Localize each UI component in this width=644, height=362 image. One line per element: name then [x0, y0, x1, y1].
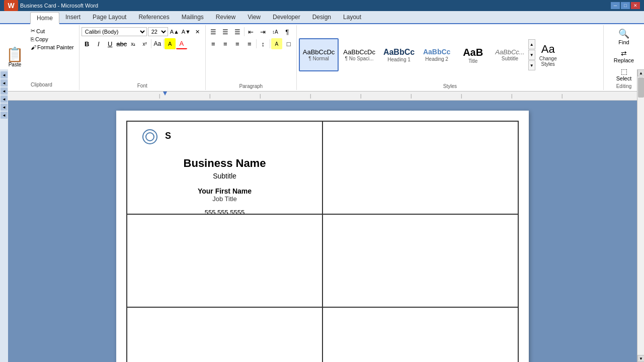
tab-review[interactable]: Review — [210, 11, 242, 23]
style-normal[interactable]: AaBbCcDc ¶ Normal — [299, 38, 339, 71]
maximize-btn[interactable]: □ — [621, 2, 630, 9]
sidebar-btn-3[interactable]: ◄ — [1, 87, 8, 95]
style-title[interactable]: AaB Title — [455, 38, 491, 71]
cut-button[interactable]: ✂ Cut — [29, 27, 76, 35]
document-area[interactable]: S Business Name Subtitle Your First Name… — [8, 101, 637, 362]
style-subtitle[interactable]: AaBbCc... Subtitle — [492, 38, 528, 71]
tab-layout[interactable]: Layout — [337, 11, 367, 23]
decrease-font-size-button[interactable]: A▼ — [181, 26, 192, 37]
superscript-button[interactable]: x² — [139, 38, 150, 49]
strikethrough-button[interactable]: abc — [116, 38, 127, 49]
numbering-button[interactable]: ☰ — [220, 26, 231, 37]
change-case-button[interactable]: Aa — [152, 38, 163, 49]
increase-indent-button[interactable]: ⇥ — [258, 26, 269, 37]
card-top-left[interactable]: S Business Name Subtitle Your First Name… — [127, 121, 323, 214]
card-person-name: Your First Name — [198, 187, 252, 195]
decrease-indent-button[interactable]: ⇤ — [246, 26, 257, 37]
align-center-button[interactable]: ≡ — [220, 38, 231, 49]
borders-button[interactable]: □ — [283, 38, 294, 49]
scroll-down-arrow[interactable]: ▼ — [637, 355, 644, 362]
para-top-row: ☰ ☰ ☰ ⇤ ⇥ ↕A ¶ — [208, 26, 294, 37]
bold-button[interactable]: B — [82, 38, 93, 49]
tab-insert[interactable]: Insert — [59, 11, 87, 23]
copy-button[interactable]: ⎘ Copy — [29, 36, 76, 43]
sidebar-btn-4[interactable]: ◄ — [1, 96, 8, 103]
close-btn[interactable]: ✕ — [631, 2, 640, 9]
styles-row: AaBbCcDc ¶ Normal AaBbCcDc ¶ No Spaci...… — [299, 38, 528, 71]
font-family-select[interactable]: Calibri (Body) — [82, 27, 147, 36]
style-no-spacing-label: ¶ No Spaci... — [345, 56, 374, 61]
copy-icon: ⎘ — [31, 36, 34, 42]
style-no-spacing-preview: AaBbCcDc — [343, 48, 375, 56]
paste-icon: 📋 — [6, 48, 24, 62]
scroll-thumb[interactable] — [638, 77, 644, 98]
card-middle-left[interactable] — [127, 214, 323, 307]
style-heading2[interactable]: AaBbCc Heading 2 — [419, 38, 454, 71]
tab-references[interactable]: References — [132, 11, 175, 23]
styles-expand[interactable]: ▼ — [528, 60, 535, 70]
find-label: Find — [618, 39, 629, 45]
paragraph-group: ☰ ☰ ☰ ⇤ ⇥ ↕A ¶ ≡ ≡ ≡ ≡ ↕ A □ Paragraph — [206, 25, 297, 90]
multilevel-list-button[interactable]: ☰ — [232, 26, 243, 37]
font-color-button[interactable]: A — [176, 38, 187, 49]
select-label: Select — [616, 75, 632, 81]
bullets-button[interactable]: ☰ — [208, 26, 219, 37]
left-sidebar: ◄ ◄ ◄ ◄ ◄ ◄ — [0, 69, 8, 362]
tab-mailings[interactable]: Mailings — [176, 11, 210, 23]
replace-icon: ⇄ — [621, 49, 627, 57]
style-heading2-label: Heading 2 — [425, 56, 448, 62]
style-no-spacing[interactable]: AaBbCcDc ¶ No Spaci... — [340, 38, 379, 71]
font-group-label: Font — [82, 82, 203, 89]
underline-button[interactable]: U — [105, 38, 116, 49]
styles-scroll-up[interactable]: ▲ — [528, 39, 535, 49]
change-styles-button[interactable]: Aa ChangeStyles — [535, 41, 561, 69]
title-bar: W Business Card - Microsoft Word ─ □ ✕ — [0, 0, 644, 11]
sidebar-btn-6[interactable]: ◄ — [1, 112, 8, 119]
ribbon-tabs: Home Insert Page Layout References Maili… — [0, 11, 644, 24]
card-bottom-right[interactable]: shmoggo.com — [323, 307, 518, 362]
find-button[interactable]: 🔍 Find — [606, 26, 642, 47]
style-title-label: Title — [468, 58, 478, 64]
card-bottom-left[interactable] — [127, 307, 323, 362]
italic-button[interactable]: I — [93, 38, 104, 49]
sidebar-btn-1[interactable]: ◄ — [1, 71, 8, 78]
format-painter-button[interactable]: 🖌 Format Painter — [29, 44, 76, 51]
styles-scroll-down[interactable]: ▼ — [528, 50, 535, 60]
align-right-button[interactable]: ≡ — [232, 38, 243, 49]
tab-page-layout[interactable]: Page Layout — [87, 11, 132, 23]
copy-label: Copy — [35, 36, 48, 42]
right-scrollbar: ▲ ▼ — [637, 69, 644, 362]
para-mid-row: ≡ ≡ ≡ ≡ ↕ A □ — [208, 38, 294, 49]
card-middle-right[interactable] — [323, 214, 518, 307]
justify-button[interactable]: ≡ — [244, 38, 255, 49]
tab-design[interactable]: Design — [306, 11, 337, 23]
font-group: Calibri (Body) 22 11 12 14 16 18 24 A▲ A… — [79, 25, 206, 90]
card-top-right[interactable] — [323, 121, 518, 214]
minimize-btn[interactable]: ─ — [611, 2, 620, 9]
shading-button[interactable]: A — [271, 38, 282, 49]
clear-formatting-button[interactable]: ✕ — [192, 26, 203, 37]
sidebar-btn-5[interactable]: ◄ — [1, 104, 8, 111]
line-spacing-button[interactable]: ↕ — [258, 38, 269, 49]
font-mid-row: B I U abc x₂ x² Aa A A — [82, 38, 203, 49]
align-left-button[interactable]: ≡ — [208, 38, 219, 49]
tab-home[interactable]: Home — [30, 12, 59, 24]
divider — [151, 39, 151, 48]
show-hide-button[interactable]: ¶ — [282, 26, 293, 37]
text-highlight-button[interactable]: A — [165, 38, 176, 49]
paragraph-group-label: Paragraph — [208, 83, 294, 89]
style-heading1[interactable]: AaBbCc Heading 1 — [380, 38, 418, 71]
font-size-select[interactable]: 22 11 12 14 16 18 24 — [148, 27, 168, 36]
office-logo[interactable]: W — [4, 0, 18, 11]
replace-button[interactable]: ⇄ Replace — [606, 47, 642, 65]
card-business-name: Business Name — [135, 157, 314, 170]
increase-font-size-button[interactable]: A▲ — [169, 26, 180, 37]
page: S Business Name Subtitle Your First Name… — [116, 111, 529, 362]
scroll-up-arrow[interactable]: ▲ — [637, 69, 644, 76]
sidebar-btn-2[interactable]: ◄ — [1, 79, 8, 86]
tab-view[interactable]: View — [242, 11, 267, 23]
tab-developer[interactable]: Developer — [267, 11, 306, 23]
styles-scroll: ▲ ▼ ▼ — [528, 39, 535, 70]
sort-button[interactable]: ↕A — [270, 26, 281, 37]
subscript-button[interactable]: x₂ — [128, 38, 139, 49]
